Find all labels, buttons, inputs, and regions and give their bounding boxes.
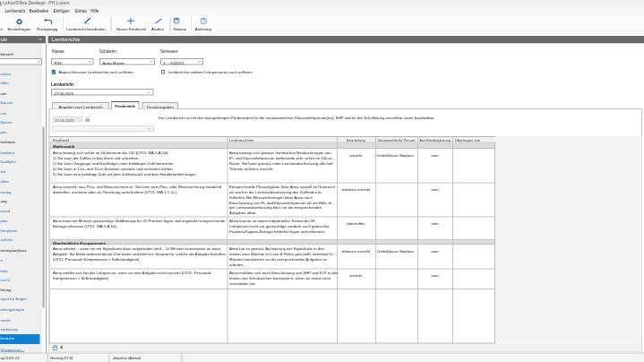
svg-text:?: ? — [202, 19, 205, 23]
